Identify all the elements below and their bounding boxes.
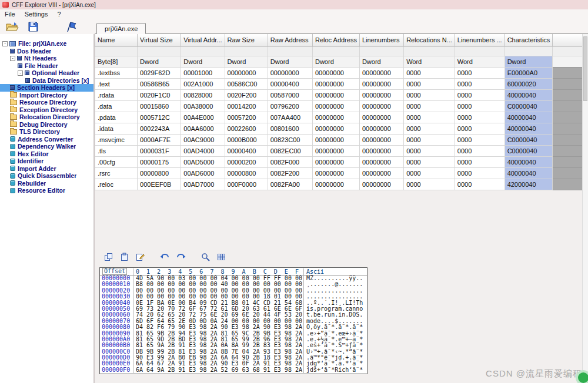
tree-item-resource-editor[interactable]: Resource Editor <box>0 187 93 194</box>
hex-ascii[interactable]: Û›™+.ã˜*‹~.*“ã˜* <box>303 349 367 355</box>
cell-linenumbers[interactable]: 00000000 <box>359 167 403 179</box>
cell-virtual-size[interactable]: 0002243A <box>138 123 181 134</box>
header-virtual-size[interactable]: Virtual Size <box>138 34 181 46</box>
cell-name[interactable]: .rsrc <box>95 167 138 179</box>
hex-bytes[interactable]: 6A 64 9A 2B 91 E3 98 2A 52 69 63 68 91 E… <box>133 367 303 373</box>
hex-ascii[interactable]: .e.+½ã˜*.e™+–ã˜* <box>303 337 367 342</box>
cell-name[interactable]: .textbss <box>95 67 138 78</box>
cell-relocations-n[interactable]: 0000 <box>404 67 455 78</box>
cell-raw-size[interactable]: 0000B000 <box>225 134 268 145</box>
cell-relocations-n[interactable]: Word <box>404 56 455 67</box>
cell-characteristics[interactable]: C0000040 <box>505 145 553 156</box>
scrollbar-thumb[interactable] <box>583 36 587 101</box>
cell-linenumbers[interactable]: 00000000 <box>359 89 403 100</box>
cell-virtual-addr[interactable]: 00AC9000 <box>181 134 225 145</box>
cell-reloc-address[interactable]: 00000000 <box>312 145 359 156</box>
hex-ascii[interactable]: Ô‚öy.ã˜*.ã˜*.ã˜* <box>303 324 367 330</box>
cell-characteristics[interactable]: C0000040 <box>505 134 553 145</box>
tree-item-section-headers-x[interactable]: Section Headers [x] <box>0 84 93 92</box>
header-raw-address[interactable]: Raw Address <box>268 34 312 46</box>
cell-reloc-address[interactable]: Dword <box>312 56 359 67</box>
cell-relocations-n[interactable]: 0000 <box>404 78 455 89</box>
hex-ascii[interactable]: .eš+‘ã˜*.Š™+ƒã˜* <box>303 342 367 348</box>
hex-editor[interactable]: Offset 0 1 2 3 4 5 6 7 8 9 A B C D E F A… <box>99 267 368 374</box>
cell-linenumbers[interactable]: Word <box>455 56 505 67</box>
cell-virtual-addr[interactable]: 00001000 <box>181 67 225 78</box>
cell-name[interactable]: .msvcjmc <box>95 134 138 145</box>
cell-characteristics[interactable]: 42000040 <box>505 179 553 190</box>
cell-linenumbers[interactable]: 0000 <box>455 167 505 179</box>
cell-raw-size[interactable] <box>225 46 268 56</box>
cell-characteristics[interactable]: 40000040 <box>505 123 553 134</box>
tree-item-file-prjxian-exe[interactable]: -File: prjXiAn.exe <box>0 40 93 48</box>
tree-item-address-converter[interactable]: Address Converter <box>0 136 93 143</box>
hex-ascii[interactable]: ................ <box>303 288 367 294</box>
cell-raw-address[interactable]: Dword <box>268 56 312 67</box>
cell-name[interactable]: .tls <box>95 145 138 156</box>
cell-relocations-n[interactable]: 0000 <box>404 156 455 167</box>
collapse-icon[interactable]: - <box>2 41 8 46</box>
cell-relocations-n[interactable]: 0000 <box>404 134 455 145</box>
tree-item-resource-directory[interactable]: Resource Directory <box>0 99 93 106</box>
open-file-icon[interactable] <box>6 22 19 32</box>
cell-virtual-size[interactable]: 00015860 <box>138 100 181 112</box>
paste-icon[interactable] <box>120 253 129 261</box>
cell-raw-address[interactable]: 00000400 <box>268 78 312 89</box>
cell-reloc-address[interactable]: 00000000 <box>312 78 359 89</box>
cell-reloc-address[interactable]: 00000000 <box>312 156 359 167</box>
cell-reloc-address[interactable]: 00000000 <box>312 112 359 123</box>
cell-raw-size[interactable]: 00000000 <box>225 67 268 78</box>
cell-linenumbers[interactable]: 00000000 <box>359 112 403 123</box>
cell-virtual-addr[interactable]: 00AA6000 <box>181 123 225 134</box>
cell-linenumbers[interactable]: 0000 <box>455 156 505 167</box>
hex-ascii[interactable]: ..º..´.Í!¸.LÍ!Th <box>303 300 367 306</box>
cell-linenumbers[interactable]: Dword <box>359 56 403 67</box>
hex-ascii[interactable]: ¸.......@....... <box>303 281 367 287</box>
tree-item-exception-directory[interactable]: Exception Directory <box>0 106 93 114</box>
collapse-icon[interactable]: - <box>18 70 23 76</box>
tree-item-relocation-directory[interactable]: Relocation Directory <box>0 113 93 121</box>
cell-raw-size[interactable]: 0020F200 <box>225 89 268 100</box>
cell-characteristics[interactable]: 40000040 <box>505 167 553 179</box>
header-virtual-addr[interactable]: Virtual Addr... <box>181 34 225 46</box>
cell-raw-size[interactable]: 00057200 <box>225 112 268 123</box>
cell-relocations-n[interactable] <box>404 46 455 56</box>
cell-linenumbers[interactable]: 0000 <box>455 89 505 100</box>
cell-raw-address[interactable]: 0082EC00 <box>268 145 312 156</box>
cell-characteristics[interactable] <box>505 46 553 56</box>
cell-raw-size[interactable]: 00000400 <box>225 145 268 156</box>
cell-virtual-size[interactable]: 0000031F <box>138 145 181 156</box>
tree-item-import-adder[interactable]: Import Adder <box>0 165 93 173</box>
undo-icon[interactable] <box>160 253 169 261</box>
tree-item-dependency-walker[interactable]: Dependency Walker <box>0 143 93 150</box>
cell-linenumbers[interactable]: 0000 <box>455 78 505 89</box>
cell-virtual-size[interactable]: 0005712C <box>138 112 181 123</box>
cell-name[interactable]: .00cfg <box>95 156 138 167</box>
cell-relocations-n[interactable]: 0000 <box>404 112 455 123</box>
cell-virtual-addr[interactable]: 00AD5000 <box>181 156 225 167</box>
cell-virtual-addr[interactable]: Dword <box>181 56 225 67</box>
vertical-scrollbar[interactable] <box>582 34 588 383</box>
cell-raw-address[interactable]: 007AA400 <box>268 112 312 123</box>
cell-reloc-address[interactable]: 00000000 <box>312 100 359 112</box>
header-linenumbers[interactable]: Linenumbers ... <box>455 34 505 46</box>
cell-reloc-address[interactable] <box>312 46 359 56</box>
cell-linenumbers[interactable]: 00000000 <box>359 123 403 134</box>
header-name[interactable]: Name <box>95 34 138 46</box>
cell-characteristics[interactable]: C0000040 <box>505 100 553 112</box>
cell-linenumbers[interactable]: 0000 <box>455 134 505 145</box>
hex-ascii[interactable]: t.be.run.in.DOS. <box>303 312 367 318</box>
cell-virtual-size[interactable]: 0020F1C0 <box>138 89 181 100</box>
header-linenumbers[interactable]: Linenumbers <box>359 34 403 46</box>
cell-raw-size[interactable]: 00014200 <box>225 100 268 112</box>
cell-name[interactable]: .idata <box>95 123 138 134</box>
hex-ascii[interactable]: jdš+‘ã˜*Rich‘ã˜* <box>303 367 367 373</box>
header-characteristics[interactable]: Characteristics <box>505 34 553 46</box>
cell-relocations-n[interactable]: 0000 <box>404 167 455 179</box>
cell-raw-size[interactable]: 00022600 <box>225 123 268 134</box>
hex-ascii[interactable]: MZ..........ÿÿ.. <box>303 276 367 281</box>
cell-raw-address[interactable]: 00796200 <box>268 100 312 112</box>
cell-raw-address[interactable]: 00000000 <box>268 67 312 78</box>
cell-raw-address[interactable]: 00823C00 <box>268 134 312 145</box>
cell-characteristics[interactable]: E00000A0 <box>505 67 553 78</box>
